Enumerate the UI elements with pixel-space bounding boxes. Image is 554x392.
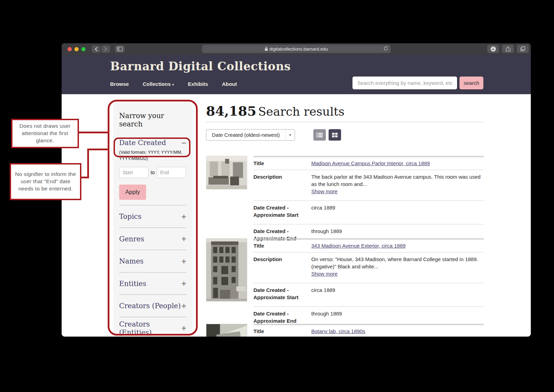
field-label: Description [253, 173, 311, 195]
traffic-lights [68, 47, 86, 51]
chevron-down-icon: ▾ [285, 130, 295, 140]
result-thumbnail[interactable] [206, 156, 247, 248]
result-item-2: Title 343 Madison Avenue Exterior, circa… [206, 238, 484, 330]
field-label: Description [253, 256, 311, 277]
downloads-button[interactable]: ↓ [487, 45, 499, 53]
nav-exhibits[interactable]: Exhibits [188, 81, 208, 87]
expand-icon[interactable]: + [181, 303, 187, 309]
expand-icon[interactable]: + [181, 213, 187, 220]
results-divider [206, 122, 484, 122]
grid-view-toggle[interactable] [329, 129, 341, 141]
result-fields-table: Title 343 Madison Avenue Exterior, circa… [253, 238, 484, 330]
botany-lab-photo [206, 324, 247, 337]
date-start-value: circa 1889 [311, 286, 484, 301]
results-heading-text: Search results [258, 105, 345, 118]
date-end-value: through 1889 [311, 310, 484, 324]
chevron-left-icon [95, 47, 98, 51]
sidebar-icon [117, 47, 123, 51]
chevron-right-icon [104, 47, 107, 51]
browser-window: digitalcollections.barnard.edu ↓ [62, 43, 531, 337]
facet-genres[interactable]: Genres + [119, 228, 187, 250]
expand-icon[interactable]: + [181, 325, 187, 331]
result-fields-table: Title Madison Avenue Campus Parlor Inter… [253, 156, 484, 248]
facet-names[interactable]: Names + [119, 250, 187, 273]
facet-creators-entities[interactable]: Creators (Entities) + [119, 317, 187, 337]
date-end-input[interactable] [157, 167, 186, 178]
result-thumbnail[interactable] [206, 238, 247, 330]
share-button[interactable] [502, 45, 514, 53]
nav-about[interactable]: About [222, 81, 237, 87]
nav-browse[interactable]: Browse [110, 81, 129, 87]
field-label: Date Created - Approximate Start [253, 204, 311, 219]
narrow-search-panel: Narrow your search Date Created − (Valid… [113, 103, 193, 332]
page-content: Narrow your search Date Created − (Valid… [62, 94, 531, 337]
sidebar-toggle-button[interactable] [115, 45, 125, 53]
sort-selected-value: Date Created (oldest-newest) [206, 130, 285, 140]
minimize-window-button[interactable] [74, 47, 79, 51]
site-header: Barnard Digital Collections Browse Colle… [62, 55, 531, 94]
date-start-value: circa 1889 [311, 204, 484, 219]
result-thumbnail[interactable] [206, 324, 247, 337]
field-label: Title [253, 328, 311, 335]
expand-icon[interactable]: + [181, 235, 187, 242]
collapse-icon[interactable]: − [181, 140, 187, 146]
field-label: Date Created - Approximate End [253, 310, 311, 324]
browser-chrome: digitalcollections.barnard.edu ↓ [62, 43, 531, 55]
facet-list: Topics + Genres + Names + Entities + [119, 205, 187, 337]
chevron-down-icon: ▾ [172, 82, 174, 87]
field-label: Date Created - Approximate Start [253, 286, 311, 301]
panel-title: Narrow your search [119, 112, 187, 128]
zoom-window-button[interactable] [81, 47, 86, 51]
forward-button[interactable] [101, 45, 110, 53]
reload-button[interactable] [383, 46, 388, 52]
result-fields-table: Title Botany lab, circa 1890s [253, 324, 484, 337]
share-icon [506, 46, 510, 52]
result-title-link[interactable]: Botany lab, circa 1890s [311, 328, 365, 334]
grid-view-icon [332, 133, 338, 137]
close-window-button[interactable] [68, 47, 72, 51]
field-label: Title [253, 242, 311, 249]
site-search-button[interactable]: search [459, 77, 483, 89]
download-icon: ↓ [491, 46, 496, 52]
expand-icon[interactable]: + [181, 258, 187, 265]
date-start-input[interactable] [119, 167, 149, 178]
list-view-toggle[interactable] [313, 129, 326, 141]
site-title: Barnard Digital Collections [110, 60, 291, 73]
main-nav: Browse Collections▾ Exhibits About [110, 81, 237, 87]
address-bar[interactable]: digitalcollections.barnard.edu [202, 45, 391, 53]
result-item-3: Title Botany lab, circa 1890s [206, 324, 484, 337]
result-title-link[interactable]: Madison Avenue Campus Parlor Interior, c… [311, 160, 430, 166]
apply-button[interactable]: Apply [119, 185, 146, 200]
field-label: Title [253, 160, 311, 167]
facet-topics[interactable]: Topics + [119, 205, 187, 228]
parlor-interior-photo [206, 156, 247, 189]
result-item-1: Title Madison Avenue Campus Parlor Inter… [206, 156, 484, 248]
show-more-link[interactable]: Show more [311, 270, 338, 277]
lock-icon [265, 47, 268, 51]
result-title-link[interactable]: 343 Madison Avenue Exterior, circa 1889 [311, 243, 405, 249]
reload-icon [383, 46, 388, 51]
list-view-icon [316, 133, 323, 137]
site-search-input[interactable] [352, 77, 457, 89]
show-more-link[interactable]: Show more [311, 188, 338, 195]
date-format-hint: (Valid formats: YYYY, YYYY/MM, YYYY/MM/D… [119, 149, 189, 162]
results-heading: 84,185 Search results [206, 103, 345, 119]
result-description: On verso: "House, 343 Madison, where Bar… [311, 256, 484, 277]
facet-date-created[interactable]: Date Created [119, 139, 166, 147]
show-all-tabs-button[interactable] [517, 45, 529, 53]
back-button[interactable] [92, 45, 100, 53]
facet-entities[interactable]: Entities + [119, 273, 187, 295]
tabs-overview-icon [520, 46, 525, 51]
annotated-screenshot-canvas: digitalcollections.barnard.edu ↓ [0, 0, 554, 392]
results-count: 84,185 [206, 103, 256, 119]
result-description: The back parlor at the 343 Madison Avenu… [311, 173, 484, 195]
building-exterior-photo [206, 238, 247, 302]
url-text: digitalcollections.barnard.edu [269, 46, 328, 52]
to-label: to [151, 170, 155, 175]
sort-dropdown[interactable]: Date Created (oldest-newest) ▾ [206, 129, 295, 141]
nav-collections[interactable]: Collections▾ [143, 81, 174, 87]
facet-creators-people[interactable]: Creators (People) + [119, 295, 187, 317]
expand-icon[interactable]: + [181, 280, 187, 287]
